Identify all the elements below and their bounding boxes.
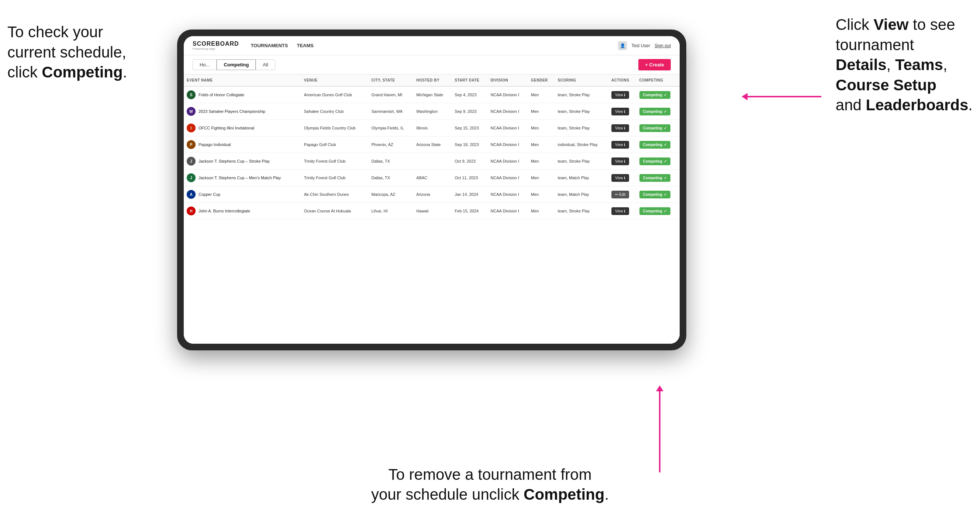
event-name-text: John A. Burns Intercollegiate: [199, 209, 250, 213]
team-logo: H: [187, 206, 196, 215]
col-gender: GENDER: [528, 75, 555, 86]
annotation-and: and: [836, 96, 866, 114]
event-name-text: Copper Cup: [199, 192, 220, 197]
user-icon: 👤: [618, 41, 627, 50]
col-division: DIVISION: [487, 75, 528, 86]
scoring-cell: team, Stroke Play: [555, 103, 608, 120]
competing-badge[interactable]: Competing: [640, 141, 670, 149]
scoring-cell: individual, Stroke Play: [555, 137, 608, 153]
city-state-cell: Grand Haven, MI: [368, 86, 413, 103]
tournaments-table: EVENT NAME VENUE CITY, STATE HOSTED BY S…: [184, 75, 680, 219]
view-button[interactable]: View ℹ: [611, 141, 629, 149]
nav-items: TOURNAMENTS TEAMS: [251, 41, 313, 50]
team-logo: J: [187, 157, 196, 165]
competing-badge[interactable]: Competing: [640, 174, 670, 182]
competing-badge[interactable]: Competing: [640, 124, 670, 132]
col-city-state: CITY, STATE: [368, 75, 413, 86]
competing-cell: Competing: [636, 120, 680, 137]
annotation-tournament: tournament: [836, 36, 914, 54]
annotation-top-right: Click View to see tournament Details, Te…: [836, 15, 973, 116]
filter-tabs: Ho... Competing All: [192, 59, 275, 70]
table-row: H John A. Burns Intercollegiate Ocean Co…: [184, 203, 680, 219]
competing-badge[interactable]: Competing: [640, 190, 670, 198]
start-date-cell: Sep 18, 2023: [452, 137, 487, 153]
hosted-by-cell: Arizona State: [413, 137, 452, 153]
annotation-line1: To check your: [7, 23, 103, 41]
event-name-cell: J Jackson T. Stephens Cup – Men's Match …: [184, 170, 301, 186]
gender-cell: Men: [528, 203, 555, 219]
table-header-row: EVENT NAME VENUE CITY, STATE HOSTED BY S…: [184, 75, 680, 86]
annotation-bottom-line2: your schedule unclick: [371, 486, 523, 503]
team-logo: P: [187, 140, 196, 149]
city-state-cell: Sammamish, WA: [368, 103, 413, 120]
city-state-cell: Lihue, HI: [368, 203, 413, 219]
view-button[interactable]: View ℹ: [611, 157, 629, 165]
team-logo: W: [187, 107, 196, 116]
annotation-teams-bold: Teams: [895, 56, 943, 73]
annotation-comma1: ,: [887, 56, 895, 73]
action-cell: View ℹ: [608, 170, 636, 186]
competing-badge[interactable]: Competing: [640, 207, 670, 215]
competing-cell: Competing: [636, 186, 680, 203]
team-logo: I: [187, 124, 196, 132]
venue-cell: Sahalee Country Club: [301, 103, 369, 120]
annotation-line2: current schedule,: [7, 43, 126, 61]
competing-cell: Competing: [636, 103, 680, 120]
event-name-text: Folds of Honor Collegiate: [199, 92, 244, 97]
team-logo: J: [187, 173, 196, 182]
scoring-cell: team, Stroke Play: [555, 153, 608, 170]
gender-cell: Men: [528, 86, 555, 103]
competing-badge[interactable]: Competing: [640, 108, 670, 116]
scoring-cell: team, Match Play: [555, 186, 608, 203]
city-state-cell: Maricopa, AZ: [368, 186, 413, 203]
edit-button[interactable]: ✏ Edit: [611, 190, 629, 198]
event-name-text: 2023 Sahalee Players Championship: [199, 109, 265, 114]
city-state-cell: Phoenix, AZ: [368, 137, 413, 153]
competing-cell: Competing: [636, 153, 680, 170]
division-cell: NCAA Division I: [487, 186, 528, 203]
city-state-cell: Dallas, TX: [368, 153, 413, 170]
view-button[interactable]: View ℹ: [611, 174, 629, 182]
action-cell: View ℹ: [608, 120, 636, 137]
venue-cell: Trinity Forest Golf Club: [301, 153, 369, 170]
event-name-cell: J Jackson T. Stephens Cup – Stroke Play: [184, 153, 301, 170]
competing-badge[interactable]: Competing: [640, 91, 670, 99]
division-cell: NCAA Division I: [487, 137, 528, 153]
view-button[interactable]: View ℹ: [611, 91, 629, 99]
venue-cell: Ocean Course At Hokuala: [301, 203, 369, 219]
filter-tab-home[interactable]: Ho...: [192, 59, 216, 70]
annotation-bottom-period: .: [605, 486, 609, 503]
hosted-by-cell: Washington: [413, 103, 452, 120]
nav-teams[interactable]: TEAMS: [297, 41, 313, 50]
header-signout-link[interactable]: Sign out: [655, 43, 671, 48]
filter-bar: Ho... Competing All + Create: [184, 55, 680, 75]
col-competing: COMPETING: [636, 75, 680, 86]
annotation-to-see: to see: [908, 16, 955, 33]
table-row: J Jackson T. Stephens Cup – Stroke Play …: [184, 153, 680, 170]
hosted-by-cell: Illinois: [413, 120, 452, 137]
annotation-period: .: [123, 63, 127, 81]
view-button[interactable]: View ℹ: [611, 108, 629, 116]
filter-tab-all[interactable]: All: [256, 59, 275, 70]
gender-cell: Men: [528, 120, 555, 137]
table-row: A Copper Cup Ak-Chin Southern DunesMaric…: [184, 186, 680, 203]
create-button[interactable]: + Create: [638, 59, 671, 70]
hosted-by-cell: Arizona: [413, 186, 452, 203]
scoreboard-powered: Powered by clipp: [192, 48, 239, 51]
competing-badge[interactable]: Competing: [640, 157, 670, 165]
view-button[interactable]: View ℹ: [611, 207, 629, 215]
col-event-name: EVENT NAME: [184, 75, 301, 86]
col-actions: ACTIONS: [608, 75, 636, 86]
filter-tab-competing[interactable]: Competing: [216, 59, 256, 70]
table-row: P Papago Individual Papago Golf ClubPhoe…: [184, 137, 680, 153]
nav-tournaments[interactable]: TOURNAMENTS: [251, 41, 288, 50]
action-cell: View ℹ: [608, 103, 636, 120]
view-button[interactable]: View ℹ: [611, 124, 629, 132]
city-state-cell: Dallas, TX: [368, 170, 413, 186]
annotation-comma2: ,: [943, 56, 948, 73]
scoring-cell: team, Match Play: [555, 170, 608, 186]
annotation-bottom: To remove a tournament from your schedul…: [371, 465, 609, 505]
table-row: S Folds of Honor Collegiate American Dun…: [184, 86, 680, 103]
action-cell: ✏ Edit: [608, 186, 636, 203]
event-name-text: Papago Individual: [199, 142, 231, 147]
